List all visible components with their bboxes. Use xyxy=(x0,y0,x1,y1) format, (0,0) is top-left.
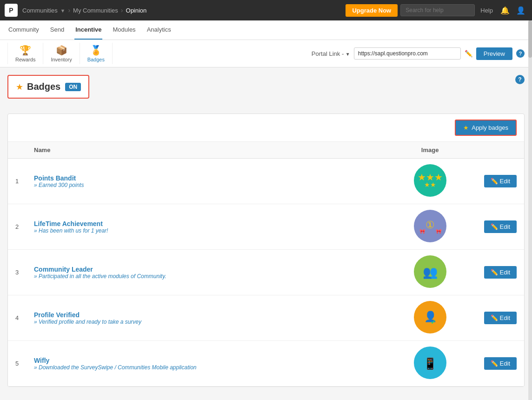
breadcrumb-separator-1: › xyxy=(68,7,70,14)
edit-badge-button[interactable]: ✏️ Edit xyxy=(484,175,517,187)
table-row: 1 Points Bandit » Earned 300 points ★★★★… xyxy=(8,159,524,204)
badge-name[interactable]: Profile Verified xyxy=(34,311,376,319)
edit-badge-button[interactable]: ✏️ Edit xyxy=(484,357,517,370)
badge-info-cell: Profile Verified » Verified profile and … xyxy=(27,295,384,341)
svg-text:✔: ✔ xyxy=(431,318,436,326)
scrollbar[interactable] xyxy=(528,20,532,400)
badge-name[interactable]: LifeTime Achievement xyxy=(34,220,376,227)
badge-name[interactable]: Wifly xyxy=(34,357,376,364)
badges-icon: 🏅 xyxy=(90,45,102,56)
portal-link-label[interactable]: Portal Link - ▼ xyxy=(312,50,350,57)
nav-my-communities[interactable]: My Communities xyxy=(73,7,118,14)
apply-badges-star-icon: ★ xyxy=(463,124,469,131)
edit-badge-button[interactable]: ✏️ Edit xyxy=(484,312,517,324)
row-number: 3 xyxy=(8,250,27,295)
sub-nav-badges[interactable]: 🏅 Badges xyxy=(80,43,113,64)
portal-link-section: Portal Link - ▼ ✏️ Preview ? xyxy=(312,47,525,60)
app-logo: P xyxy=(5,4,18,17)
badge-action-cell: ✏️ Edit xyxy=(477,204,524,250)
row-number: 4 xyxy=(8,295,27,341)
badge-image-cell: ★★★★★ xyxy=(384,159,477,204)
col-name-header: Name xyxy=(27,142,384,159)
page-help-icon[interactable]: ? xyxy=(515,75,525,84)
col-action-header xyxy=(477,142,524,159)
edit-icon: ✏️ xyxy=(491,223,498,230)
svg-text:📱: 📱 xyxy=(423,357,437,370)
edit-icon: ✏️ xyxy=(491,314,498,321)
table-row: 2 LifeTime Achievement » Has been with u… xyxy=(8,204,524,250)
badges-table: Name Image 1 Points Bandit » Earned 300 … xyxy=(8,142,524,387)
badge-info-cell: LifeTime Achievement » Has been with us … xyxy=(27,204,384,250)
badge-description: » Has been with us for 1 year! xyxy=(34,227,376,234)
table-row: 3 Community Leader » Participated in all… xyxy=(8,250,524,295)
badge-image-cell: ①🎀🎀 xyxy=(384,204,477,250)
edit-badge-button[interactable]: ✏️ Edit xyxy=(484,220,517,233)
table-row: 5 Wifly » Downloaded the SurveySwipe / C… xyxy=(8,341,524,387)
badges-title: Badges xyxy=(27,81,60,92)
badge-action-cell: ✏️ Edit xyxy=(477,250,524,295)
svg-text:🎀: 🎀 xyxy=(419,228,425,234)
user-icon[interactable]: 👤 xyxy=(514,6,527,15)
badges-label: Badges xyxy=(87,57,105,62)
nav-communities[interactable]: Communities ▼ xyxy=(22,7,65,14)
badge-action-cell: ✏️ Edit xyxy=(477,295,524,341)
badge-info-cell: Points Bandit » Earned 300 points xyxy=(27,159,384,204)
badge-info-cell: Wifly » Downloaded the SurveySwipe / Com… xyxy=(27,341,384,387)
nav-analytics[interactable]: Analytics xyxy=(146,20,172,40)
badges-table-actions: ★ Apply badges xyxy=(8,114,524,142)
badges-header-card: ★ Badges ON xyxy=(7,75,89,99)
badges-star-icon: ★ xyxy=(16,82,23,92)
rewards-label: Rewards xyxy=(15,57,35,62)
rewards-icon: 🏆 xyxy=(20,45,31,56)
col-image-header: Image xyxy=(384,142,477,159)
svg-text:★★: ★★ xyxy=(424,181,436,188)
row-number: 1 xyxy=(8,159,27,204)
nav-modules[interactable]: Modules xyxy=(112,20,136,40)
apply-badges-button[interactable]: ★ Apply badges xyxy=(455,120,517,136)
edit-icon: ✏️ xyxy=(491,360,498,367)
badge-image-cell: 👥 xyxy=(384,250,477,295)
search-input[interactable] xyxy=(400,4,475,16)
badge-image-cell: 👤✔ xyxy=(384,295,477,341)
svg-text:👥: 👥 xyxy=(423,265,438,280)
badge-description: » Participated in all the active modules… xyxy=(34,273,376,280)
badge-description: » Downloaded the SurveySwipe / Communiti… xyxy=(34,364,376,371)
col-num-header xyxy=(8,142,27,159)
badge-action-cell: ✏️ Edit xyxy=(477,159,524,204)
edit-url-button[interactable]: ✏️ xyxy=(465,50,472,57)
edit-icon: ✏️ xyxy=(491,269,498,276)
sub-nav-inventory[interactable]: 📦 Inventory xyxy=(43,43,80,64)
badge-action-cell: ✏️ Edit xyxy=(477,341,524,387)
row-number: 5 xyxy=(8,341,27,387)
top-navigation: P Communities ▼ › My Communities › Opini… xyxy=(0,0,532,20)
preview-button[interactable]: Preview xyxy=(476,47,512,60)
breadcrumb-separator-2: › xyxy=(121,7,123,14)
sub-nav-rewards[interactable]: 🏆 Rewards xyxy=(7,43,43,64)
badge-image-cell: 📱 xyxy=(384,341,477,387)
nav-incentive[interactable]: Incentive xyxy=(74,20,102,40)
badge-description: » Earned 300 points xyxy=(34,182,376,188)
badge-name[interactable]: Community Leader xyxy=(34,266,376,273)
svg-text:🎀: 🎀 xyxy=(435,228,441,234)
portal-url-input[interactable] xyxy=(354,47,461,60)
sub-nav-help-icon[interactable]: ? xyxy=(516,49,525,58)
badges-table-card: ★ Apply badges Name Image 1 Points Bandi… xyxy=(7,113,525,387)
help-label[interactable]: Help xyxy=(480,7,493,14)
nav-send[interactable]: Send xyxy=(49,20,65,40)
scrollbar-thumb[interactable] xyxy=(528,20,532,58)
badge-info-cell: Community Leader » Participated in all t… xyxy=(27,250,384,295)
main-content: ★ Badges ON ? ★ Apply badges Name Image xyxy=(0,67,532,400)
badge-description: » Verified profile and ready to take a s… xyxy=(34,319,376,325)
nav-community[interactable]: Community xyxy=(7,20,40,40)
nav-current-page: Opinion xyxy=(126,7,147,14)
table-row: 4 Profile Verified » Verified profile an… xyxy=(8,295,524,341)
svg-text:①: ① xyxy=(426,219,435,231)
badge-name[interactable]: Points Bandit xyxy=(34,174,376,182)
edit-badge-button[interactable]: ✏️ Edit xyxy=(484,266,517,279)
notifications-icon[interactable]: 🔔 xyxy=(499,6,512,15)
edit-icon: ✏️ xyxy=(491,178,498,185)
inventory-label: Inventory xyxy=(51,57,72,62)
badges-toggle[interactable]: ON xyxy=(65,83,81,91)
upgrade-now-button[interactable]: Upgrade Now xyxy=(346,4,398,17)
row-number: 2 xyxy=(8,204,27,250)
